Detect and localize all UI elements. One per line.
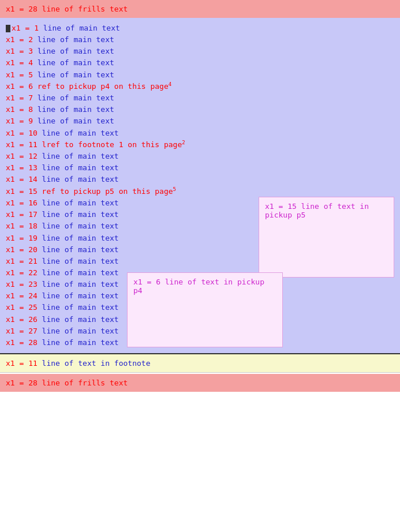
line-text-6: ref to pickup p4 on this page	[33, 82, 169, 91]
footnote-text: line of text in footnote	[38, 359, 151, 368]
pickup-box-p5: x1 = 15 line of text in pickup p5	[259, 197, 394, 278]
main-line-14: x1 = 14 line of main text	[6, 174, 394, 185]
line-text-22: line of main text	[38, 268, 119, 277]
line-label-9: x1 = 9	[6, 117, 33, 125]
line-label-8: x1 = 8	[6, 105, 33, 114]
main-content-area: x1 = 1 line of main textx1 = 2 line of m…	[0, 18, 400, 353]
main-line-12: x1 = 12 line of main text	[6, 151, 394, 162]
line-text-16: line of main text	[38, 198, 119, 207]
pickup-box-p4: x1 = 6 line of text in pickup p4	[127, 272, 283, 347]
line-label-16: x1 = 16	[6, 198, 38, 207]
line-label-28: x1 = 28	[6, 338, 38, 347]
pickup-p4-label-text: x1 = 6	[133, 278, 160, 286]
line-text-25: line of main text	[38, 303, 119, 312]
line-text-24: line of main text	[38, 291, 119, 300]
line-label-19: x1 = 19	[6, 234, 38, 242]
line-text-1: line of main text	[39, 24, 120, 32]
line-label-21: x1 = 21	[6, 257, 38, 265]
line-text-18: line of main text	[38, 222, 119, 230]
line-super-15: 5	[173, 186, 176, 192]
line-label-2: x1 = 2	[6, 35, 33, 44]
line-text-17: line of main text	[38, 210, 119, 219]
line-text-2: line of main text	[33, 35, 114, 44]
line-label-22: x1 = 22	[6, 268, 38, 277]
line-text-10: line of main text	[38, 129, 119, 137]
line-text-28: line of main text	[38, 338, 119, 347]
line-text-15: ref to pickup p5 on this page	[38, 187, 173, 196]
line-label-14: x1 = 14	[6, 175, 38, 183]
line-text-20: line of main text	[38, 245, 119, 254]
line-label-26: x1 = 26	[6, 315, 38, 324]
line-label-25: x1 = 25	[6, 303, 38, 312]
main-line-1: x1 = 1 line of main text	[6, 23, 394, 34]
main-line-15: x1 = 15 ref to pickup p5 on this page5	[6, 186, 394, 197]
line-label-3: x1 = 3	[6, 47, 33, 55]
line-label-20: x1 = 20	[6, 245, 38, 254]
line-text-14: line of main text	[38, 175, 119, 183]
line-label-6: x1 = 6	[6, 82, 33, 91]
line-text-12: line of main text	[38, 152, 119, 160]
first-line-marker	[6, 25, 10, 32]
line-text-8: line of main text	[33, 105, 114, 114]
main-line-5: x1 = 5 line of main text	[6, 69, 394, 81]
line-label-12: x1 = 12	[6, 152, 38, 160]
line-super-11: 2	[182, 140, 185, 145]
pickup-p5-label-text: x1 = 15	[265, 202, 297, 211]
line-label-10: x1 = 10	[6, 129, 38, 137]
line-label-27: x1 = 27	[6, 327, 38, 335]
main-line-2: x1 = 2 line of main text	[6, 34, 394, 46]
main-line-13: x1 = 13 line of main text	[6, 162, 394, 174]
line-label-18: x1 = 18	[6, 222, 38, 230]
main-line-3: x1 = 3 line of main text	[6, 46, 394, 57]
line-label-1: x1 = 1	[12, 24, 39, 32]
line-text-13: line of main text	[38, 163, 119, 172]
line-text-5: line of main text	[33, 70, 114, 79]
line-super-6: 4	[169, 81, 171, 87]
line-text-3: line of main text	[33, 47, 114, 55]
main-line-11: x1 = 11 lref to footnote 1 on this page2	[6, 139, 394, 151]
line-label-24: x1 = 24	[6, 291, 38, 300]
line-label-5: x1 = 5	[6, 70, 33, 79]
line-text-21: line of main text	[38, 257, 119, 265]
line-label-11: x1 = 11	[6, 140, 38, 149]
main-line-10: x1 = 10 line of main text	[6, 128, 394, 139]
line-text-9: line of main text	[33, 117, 114, 125]
line-text-7: line of main text	[33, 93, 114, 102]
pickup-p5-label: x1 = 15 line of text in pickup p5	[265, 202, 369, 219]
main-line-4: x1 = 4 line of main text	[6, 57, 394, 69]
line-text-23: line of main text	[38, 280, 119, 289]
frills-top-text: x1 = 28 line of frills text	[6, 5, 128, 13]
main-line-9: x1 = 9 line of main text	[6, 115, 394, 127]
line-label-15: x1 = 15	[6, 187, 38, 196]
frills-bar-bottom: x1 = 28 line of frills text	[0, 374, 400, 392]
main-line-6: x1 = 6 ref to pickup p4 on this page4	[6, 81, 394, 92]
main-line-7: x1 = 7 line of main text	[6, 92, 394, 104]
footnote-bar: x1 = 11 line of text in footnote	[0, 353, 400, 373]
line-text-19: line of main text	[38, 234, 119, 242]
footnote-label: x1 = 11	[6, 359, 38, 368]
frills-bar-top: x1 = 28 line of frills text	[0, 0, 400, 18]
line-text-26: line of main text	[38, 315, 119, 324]
frills-bottom-text: x1 = 28 line of frills text	[6, 379, 128, 387]
line-label-17: x1 = 17	[6, 210, 38, 219]
pickup-p4-label: x1 = 6 line of text in pickup p4	[133, 278, 264, 295]
line-label-7: x1 = 7	[6, 93, 33, 102]
line-text-27: line of main text	[38, 327, 119, 335]
line-label-4: x1 = 4	[6, 58, 33, 67]
line-label-13: x1 = 13	[6, 163, 38, 172]
line-text-4: line of main text	[33, 58, 114, 67]
line-label-23: x1 = 23	[6, 280, 38, 289]
main-line-8: x1 = 8 line of main text	[6, 104, 394, 115]
line-text-11: lref to footnote 1 on this page	[38, 140, 182, 149]
